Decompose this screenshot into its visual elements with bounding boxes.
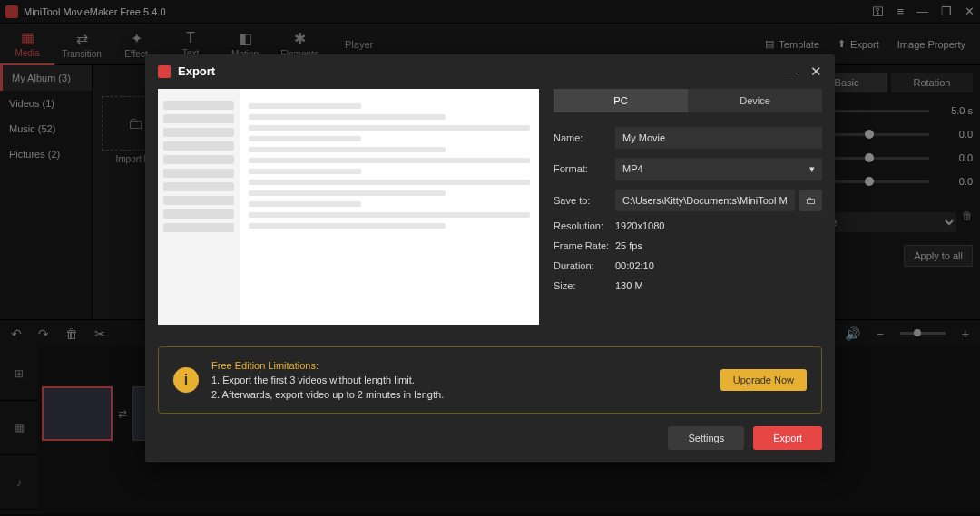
modal-title: Export bbox=[178, 64, 771, 78]
limitations-notice: i Free Edition Limitations: 1. Export th… bbox=[158, 346, 822, 414]
framerate-value: 25 fps bbox=[615, 240, 642, 251]
browse-button[interactable]: 🗀 bbox=[799, 190, 822, 211]
folder-icon: 🗀 bbox=[806, 195, 816, 206]
format-label: Format: bbox=[554, 163, 615, 174]
duration-value: 00:02:10 bbox=[615, 260, 654, 271]
export-preview bbox=[158, 89, 539, 325]
upgrade-now-button[interactable]: Upgrade Now bbox=[720, 369, 807, 391]
saveto-input[interactable] bbox=[615, 190, 795, 211]
export-tab-pc[interactable]: PC bbox=[554, 89, 688, 112]
limitations-title: Free Edition Limitations: bbox=[211, 358, 444, 373]
export-dialog: Export — ✕ PC Device Name: Forma bbox=[145, 54, 835, 462]
format-select[interactable]: MP4▾ bbox=[615, 158, 822, 180]
resolution-label: Resolution: bbox=[554, 220, 615, 231]
info-icon: i bbox=[173, 367, 199, 393]
chevron-down-icon: ▾ bbox=[809, 163, 815, 175]
size-value: 130 M bbox=[615, 280, 643, 291]
resolution-value: 1920x1080 bbox=[615, 220, 664, 231]
export-tab-device[interactable]: Device bbox=[688, 89, 822, 112]
size-label: Size: bbox=[554, 280, 615, 291]
limitations-line1: 1. Export the first 3 videos without len… bbox=[211, 373, 444, 387]
limitations-line2: 2. Afterwards, export video up to 2 minu… bbox=[211, 387, 444, 402]
framerate-label: Frame Rate: bbox=[554, 240, 615, 251]
modal-close-icon[interactable]: ✕ bbox=[810, 63, 822, 80]
modal-minimize-icon[interactable]: — bbox=[784, 63, 798, 79]
name-input[interactable] bbox=[615, 127, 822, 149]
export-confirm-button[interactable]: Export bbox=[753, 426, 822, 450]
duration-label: Duration: bbox=[554, 260, 615, 271]
settings-button[interactable]: Settings bbox=[668, 426, 744, 450]
name-label: Name: bbox=[554, 132, 615, 143]
saveto-label: Save to: bbox=[554, 195, 615, 206]
modal-overlay: Export — ✕ PC Device Name: Forma bbox=[0, 0, 980, 516]
modal-logo bbox=[158, 65, 171, 78]
